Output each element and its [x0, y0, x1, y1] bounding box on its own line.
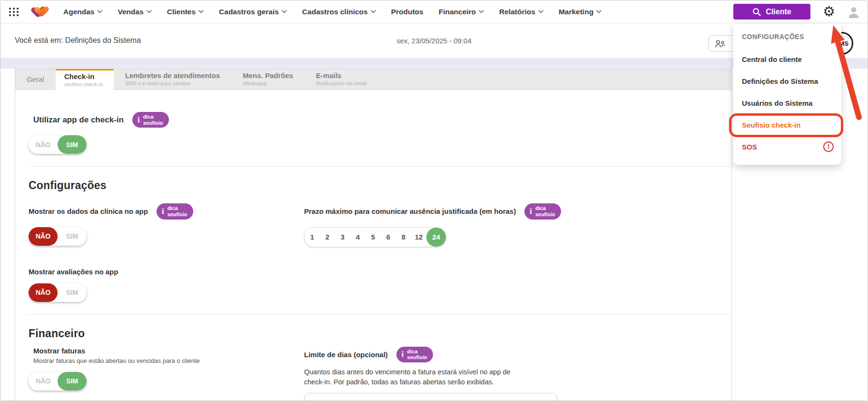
tab-subtitle: Notificações via email: [316, 80, 366, 86]
chevron-down-icon: [147, 10, 152, 13]
toggle-no[interactable]: NÃO: [29, 372, 58, 391]
settings-tabs: Geral Check-in seufisio check-in Lembret…: [15, 69, 731, 90]
menu-item-agendas[interactable]: Agendas: [63, 8, 102, 16]
settings-dropdown-menu: CONFIGURAÇÕES Central do cliente Definiç…: [733, 23, 841, 165]
chevron-down-icon: [282, 10, 287, 13]
menu-item-cadastros-gerais[interactable]: Cadastros gerais: [219, 8, 287, 16]
client-search-button[interactable]: Cliente: [733, 4, 810, 20]
tip-badge-text: dicaseufisio: [168, 205, 187, 217]
show-reviews-label: Mostrar avaliações no app: [29, 268, 118, 276]
menu-label: Vendas: [118, 8, 143, 16]
menu-item-cadastros-clinicos[interactable]: Cadastros clínicos: [302, 8, 376, 16]
chevron-down-icon: [538, 10, 543, 13]
show-invoices-toggle[interactable]: NÃO SIM: [29, 372, 87, 391]
toggle-yes[interactable]: SIM: [58, 135, 87, 154]
menu-item-financeiro[interactable]: Financeiro: [439, 8, 484, 16]
hour-option[interactable]: 1: [305, 228, 320, 247]
toggle-yes[interactable]: SIM: [58, 372, 87, 391]
show-reviews-toggle[interactable]: NÃO SIM: [29, 283, 87, 302]
menu-label: Agendas: [63, 8, 94, 16]
hour-option-selected[interactable]: 24: [426, 228, 446, 247]
gear-icon[interactable]: ⚙: [823, 5, 835, 19]
toggle-yes[interactable]: SIM: [58, 283, 87, 302]
menu-item-relatorios[interactable]: Relatórios: [499, 8, 543, 16]
tip-badge[interactable]: i dicaseufisio: [157, 203, 193, 219]
tab-label: Check-in: [64, 72, 114, 80]
menu-item-central-do-cliente[interactable]: Central do cliente: [733, 48, 841, 70]
tab-subtitle: Whatsapp: [243, 80, 293, 86]
hour-option[interactable]: 6: [381, 228, 396, 247]
chevron-down-icon: [596, 10, 602, 13]
dropdown-title: CONFIGURAÇÕES: [733, 33, 841, 48]
tab-subtitle: seufisio check-in: [64, 81, 114, 87]
use-app-toggle[interactable]: NÃO SIM: [29, 135, 87, 154]
toggle-no[interactable]: NÃO: [29, 283, 58, 302]
menu-label: Marketing: [559, 8, 593, 16]
hour-option[interactable]: 4: [350, 228, 365, 247]
info-icon: i: [402, 350, 404, 359]
info-icon: i: [138, 115, 140, 125]
hour-option[interactable]: 8: [396, 228, 411, 247]
menu-item-seufisio-check-in[interactable]: Seufisio check-in: [733, 114, 841, 136]
settings-panel: Geral Check-in seufisio check-in Lembret…: [15, 69, 732, 401]
tip-badge[interactable]: i dicaseufisio: [132, 112, 169, 128]
apps-grid-icon[interactable]: [8, 6, 20, 18]
menu-item-sos[interactable]: SOS !: [733, 136, 841, 158]
tab-label: E-mails: [316, 71, 366, 80]
days-limit-label: Limite de dias (opcional): [304, 351, 388, 359]
toggle-no[interactable]: NÃO: [29, 227, 58, 246]
tab-subtitle: SMS e e-mails para clientes: [125, 80, 220, 86]
absence-hours-selector[interactable]: 1 2 3 4 5 6 8 12 24: [304, 227, 446, 247]
menu-item-produtos[interactable]: Produtos: [391, 8, 424, 16]
app-window: Agendas Vendas Clientes Cadastros gerais…: [0, 0, 868, 401]
topbar-right-group: Cliente ⚙: [733, 4, 860, 20]
tab-mens-padroes[interactable]: Mens. Padrões Whatsapp: [231, 69, 305, 90]
tab-label: Geral: [27, 75, 44, 83]
menu-item-marketing[interactable]: Marketing: [559, 8, 602, 16]
toggle-no[interactable]: NÃO: [29, 135, 58, 154]
main-menu: Agendas Vendas Clientes Cadastros gerais…: [63, 8, 602, 16]
search-icon: [752, 8, 761, 16]
chevron-down-icon: [97, 10, 102, 13]
menu-label: Clientes: [167, 8, 196, 16]
tip-badge-text: dicaseufisio: [535, 205, 555, 217]
hour-option[interactable]: 12: [411, 228, 426, 247]
tab-geral[interactable]: Geral: [15, 69, 56, 90]
hour-option[interactable]: 5: [365, 228, 381, 247]
toggle-yes[interactable]: SIM: [58, 227, 87, 246]
show-invoices-description: Mostrar faturas que estão abertas ou ven…: [33, 357, 304, 364]
section-title: Configurações: [29, 179, 731, 192]
show-invoices-label: Mostrar faturas: [33, 347, 304, 355]
use-app-label: Utilizar app de check-in: [33, 115, 124, 125]
menu-label: Financeiro: [439, 8, 476, 16]
info-icon: i: [162, 207, 164, 216]
section-configuracoes: Configurações Mostrar os dados da clínic…: [15, 167, 731, 314]
tab-lembretes[interactable]: Lembretes de atendimentos SMS e e-mails …: [114, 69, 231, 90]
sos-label: SOS: [742, 143, 757, 151]
show-clinic-data-toggle[interactable]: NÃO SIM: [29, 227, 87, 246]
days-limit-input[interactable]: [304, 393, 557, 401]
menu-label: Produtos: [391, 8, 424, 16]
hour-option[interactable]: 3: [335, 228, 350, 247]
tab-label: Lembretes de atendimentos: [125, 71, 220, 80]
section-title: Financeiro: [29, 327, 731, 340]
menu-item-vendas[interactable]: Vendas: [118, 8, 151, 16]
menu-label: Cadastros gerais: [219, 8, 279, 16]
tab-check-in[interactable]: Check-in seufisio check-in: [56, 69, 114, 90]
brand-logo-icon[interactable]: [30, 5, 50, 19]
menu-item-definicoes-do-sistema[interactable]: Definições do Sistema: [733, 70, 841, 92]
avatar-icon[interactable]: [848, 6, 860, 18]
chevron-down-icon: [371, 10, 376, 13]
users-icon: [714, 40, 726, 48]
top-navigation-bar: Agendas Vendas Clientes Cadastros gerais…: [0, 0, 868, 23]
tip-badge-text: dicaseufisio: [407, 349, 427, 361]
tab-emails[interactable]: E-mails Notificações via email: [305, 69, 378, 90]
info-icon: i: [530, 207, 532, 216]
menu-item-clientes[interactable]: Clientes: [167, 8, 204, 16]
tip-badge[interactable]: i dicaseufisio: [396, 347, 433, 362]
menu-item-usuarios-do-sistema[interactable]: Usuários do Sistema: [733, 92, 841, 114]
tip-badge[interactable]: i dicaseufisio: [524, 203, 561, 219]
alert-icon: !: [823, 141, 834, 152]
hour-option[interactable]: 2: [320, 228, 335, 247]
show-clinic-data-label: Mostrar os dados da clínica no app: [29, 207, 148, 215]
